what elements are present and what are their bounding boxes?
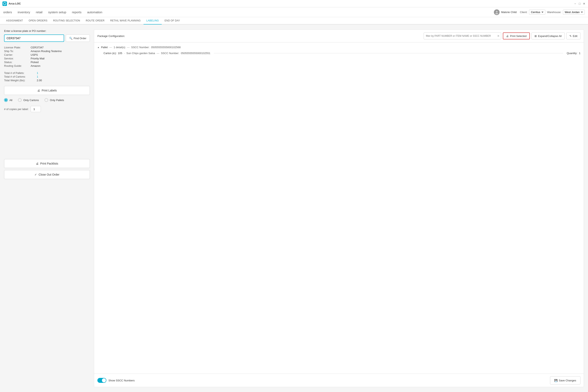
find-order-button[interactable]: 🔍 Find Order: [66, 34, 90, 42]
carrier-value: USPS: [30, 53, 38, 56]
info-license-plate-row: License Plate: CER37347: [4, 46, 90, 49]
license-plate-label: License Plate:: [4, 46, 30, 49]
user-section: Malorie Child: [494, 10, 517, 15]
nav-system-setup[interactable]: system setup: [48, 10, 66, 14]
subnav-open-orders[interactable]: OPEN ORDERS: [26, 17, 50, 24]
radio-only-pallets-label: Only Pallets: [50, 98, 64, 102]
carton-sscc-dash: —: [156, 52, 159, 55]
main-content: Enter a license plate or PO number: 🔍 Fi…: [0, 24, 588, 392]
copies-input[interactable]: [30, 106, 41, 112]
print-selected-button[interactable]: 🖨 Print Selected: [503, 32, 530, 40]
radio-group: All Only Cartons Only Pallets: [4, 98, 90, 102]
nav-orders[interactable]: orders: [3, 10, 12, 14]
warehouse-select[interactable]: West Jordan: [563, 10, 585, 15]
carton-sscc-value: 05055555555000102551: [181, 52, 210, 55]
info-table: License Plate: CER37347 Ship To: Amazon …: [4, 46, 90, 68]
carton-qty-value: 1: [579, 52, 580, 55]
edit-icon: ✎: [570, 34, 572, 38]
copies-row: # of copies per label:: [4, 106, 90, 112]
print-labels-icon: 🖨: [37, 89, 40, 92]
radio-all-label: All: [10, 98, 12, 102]
app-icon-inner: [3, 2, 6, 5]
print-packlists-button[interactable]: 🖨 Print Packlists: [4, 159, 90, 168]
pallet-collapse-icon[interactable]: ▲: [98, 46, 100, 48]
svg-point-0: [496, 11, 498, 12]
app-title: Arca LOC: [8, 2, 21, 5]
nav-reports[interactable]: reports: [72, 10, 82, 14]
carrier-label: Carrier:: [4, 53, 30, 56]
close-window-button[interactable]: ✕: [583, 2, 586, 5]
radio-all-circle: [4, 98, 8, 102]
stat-cartons-row: Total # of Cartons: 1: [4, 75, 90, 78]
subnav-assignment[interactable]: ASSIGNMENT: [3, 17, 26, 24]
subnav-route-order[interactable]: ROUTE ORDER: [83, 17, 108, 24]
save-changes-button[interactable]: 💾 Save Changes: [550, 376, 580, 384]
weight-label: Total Weight (lbs):: [4, 79, 37, 82]
po-input[interactable]: [4, 34, 64, 42]
sscc-toggle[interactable]: [98, 378, 106, 383]
user-avatar: [494, 10, 500, 15]
pallet-row: ▲ Pallet — 1 detail(s) — SSCC Number: 05…: [98, 46, 580, 49]
expand-collapse-icon: ⊞: [534, 34, 537, 38]
client-section: Client: Cerritus Warehouse: West Jordan: [520, 10, 585, 15]
title-bar-controls: − □ ✕: [574, 2, 586, 5]
radio-only-pallets[interactable]: Only Pallets: [44, 98, 64, 102]
pallets-value[interactable]: 1: [37, 72, 38, 74]
nav-automation[interactable]: automation: [87, 10, 102, 14]
subnav-end-of-day[interactable]: END OF DAY: [162, 17, 183, 24]
filter-input[interactable]: [424, 32, 501, 40]
title-bar-left: Arca LOC: [2, 2, 21, 6]
carton-qty-label: Quantity:: [567, 52, 578, 55]
pallets-label: Total # of Pallets:: [4, 72, 37, 74]
subnav-labeling[interactable]: LABELING: [144, 17, 162, 24]
print-packlists-icon: 🖨: [36, 162, 38, 165]
nav-right: Malorie Child Client: Cerritus Warehouse…: [494, 10, 585, 15]
pkg-config-label: Package Configuration:: [98, 34, 125, 38]
radio-all[interactable]: All: [4, 98, 12, 102]
enter-label: Enter a license plate or PO number:: [4, 30, 90, 32]
subnav-routing-selection[interactable]: ROUTING SELECTION: [50, 17, 83, 24]
routing-guide-value: Amazon: [30, 64, 40, 68]
cartons-value[interactable]: 1: [37, 75, 38, 78]
minimize-button[interactable]: −: [574, 2, 576, 5]
right-panel-body: ▲ Pallet — 1 detail(s) — SSCC Number: 05…: [94, 42, 584, 374]
carton-label: Carton (ic): 105: [104, 52, 122, 55]
pallet-dash: —: [109, 46, 112, 49]
nav-retail[interactable]: retail: [36, 10, 42, 14]
carton-dash: -: [124, 52, 125, 55]
pallet-sscc-value: 05055555555000102568: [151, 46, 181, 49]
left-panel: Enter a license plate or PO number: 🔍 Fi…: [4, 30, 90, 387]
pallet-sscc-dash: —: [127, 46, 130, 49]
edit-button[interactable]: ✎ Edit: [566, 32, 580, 40]
info-service-row: Service: Priority Mail: [4, 57, 90, 60]
print-labels-button[interactable]: 🖨 Print Labels: [4, 86, 90, 95]
app-icon: [2, 2, 7, 6]
subnav-retail-wave-planning[interactable]: RETAIL WAVE PLANNING: [108, 17, 144, 24]
user-name: Malorie Child: [501, 10, 517, 14]
maximize-button[interactable]: □: [578, 2, 581, 5]
client-select[interactable]: Cerritus: [529, 10, 545, 15]
title-bar: Arca LOC − □ ✕: [0, 0, 588, 7]
carton-divider: [214, 53, 563, 53]
nav-inventory[interactable]: inventory: [18, 10, 30, 14]
status-value: Picked: [30, 61, 38, 64]
filter-input-wrap: ✕: [424, 32, 501, 40]
right-panel-header: Package Configuration: ✕ 🖨 Print Selecte…: [94, 30, 584, 42]
stat-pallets-row: Total # of Pallets: 1: [4, 72, 90, 74]
radio-only-cartons-label: Only Cartons: [23, 98, 39, 102]
expand-collapse-button[interactable]: ⊞ Expand/Collapse All: [532, 32, 565, 40]
close-out-button[interactable]: ✓ Close Out Order: [4, 170, 90, 179]
sscc-label: Show SSCC Numbers: [108, 379, 135, 382]
pallet-label: Pallet: [101, 46, 108, 49]
info-status-row: Status: Picked: [4, 61, 90, 64]
pallet-details: 1 detail(s): [114, 46, 125, 49]
carton-sscc-label: SSCC Number:: [161, 52, 179, 55]
client-label: Client:: [520, 10, 528, 14]
radio-only-cartons[interactable]: Only Cartons: [18, 98, 39, 102]
carton-row: Carton (ic): 105 - Sun Chips garden Sals…: [104, 51, 580, 56]
po-input-row: 🔍 Find Order: [4, 34, 90, 42]
nav-links: orders inventory retail system setup rep…: [3, 10, 102, 14]
filter-clear-icon[interactable]: ✕: [497, 34, 500, 38]
radio-only-cartons-circle: [18, 98, 22, 102]
right-panel-footer: Show SSCC Numbers 💾 Save Changes: [94, 374, 584, 387]
